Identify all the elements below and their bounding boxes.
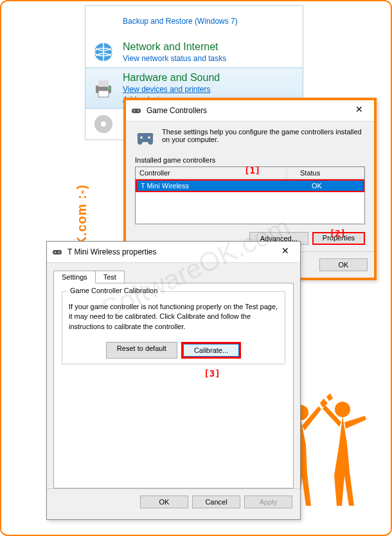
- groupbox-title: Game Controller Calibration: [67, 287, 160, 294]
- svg-rect-10: [132, 109, 141, 113]
- svg-point-16: [55, 252, 56, 253]
- gc-ok-button[interactable]: OK: [319, 258, 368, 271]
- title-network-internet[interactable]: Network and Internet: [123, 41, 226, 53]
- gamepad-icon: [52, 247, 62, 257]
- annotation-3: [3]: [100, 368, 324, 379]
- link-backup-restore[interactable]: Backup and Restore (Windows 7): [123, 17, 238, 26]
- svg-point-11: [134, 111, 135, 112]
- tab-settings[interactable]: Settings: [53, 271, 96, 283]
- reset-button[interactable]: Reset to default: [106, 342, 177, 359]
- title-hardware-sound[interactable]: Hardware and Sound: [123, 72, 220, 84]
- tab-test[interactable]: Test: [95, 271, 125, 283]
- props-title-text: T Mini Wireless properties: [67, 247, 156, 256]
- close-button[interactable]: ✕: [350, 104, 369, 117]
- svg-point-7: [108, 87, 110, 89]
- svg-rect-5: [98, 80, 109, 87]
- link-network-status[interactable]: View network status and tasks: [123, 54, 226, 63]
- globe-icon: [92, 40, 115, 64]
- cp-row-network[interactable]: Network and Internet View network status…: [85, 37, 303, 67]
- properties-dialog: T Mini Wireless properties ✕ Settings Te…: [46, 241, 301, 520]
- svg-point-14: [148, 136, 150, 139]
- printer-icon: [92, 76, 115, 100]
- props-ok-button[interactable]: OK: [140, 496, 188, 508]
- calibration-groupbox: Game Controller Calibration If your game…: [62, 291, 285, 364]
- calibrate-button[interactable]: Calibrate...: [183, 344, 239, 357]
- svg-rect-15: [53, 250, 62, 255]
- th-status[interactable]: Status: [287, 167, 364, 179]
- svg-point-13: [140, 136, 143, 139]
- disc-icon: [92, 112, 115, 136]
- gc-cell-status: OK: [286, 181, 363, 191]
- gc-cell-name: T Mini Wireless: [137, 181, 286, 191]
- svg-rect-6: [98, 91, 109, 97]
- props-titlebar: T Mini Wireless properties ✕: [47, 242, 300, 263]
- th-controller[interactable]: Controller: [136, 167, 287, 179]
- link-view-devices[interactable]: View devices and printers: [123, 85, 220, 94]
- groupbox-text: If your game controller is not functioni…: [69, 302, 278, 332]
- tab-panel-settings: Game Controller Calibration If your game…: [53, 283, 294, 488]
- annotation-2: [2]: [330, 228, 346, 238]
- gc-row-selected[interactable]: T Mini Wireless OK: [137, 181, 363, 191]
- svg-point-9: [101, 121, 106, 127]
- annotation-1: [1]: [244, 165, 260, 175]
- cp-row-backup: Backup and Restore (Windows 7): [85, 6, 303, 37]
- svg-point-1: [335, 402, 350, 417]
- close-button[interactable]: ✕: [276, 246, 295, 258]
- gamepad-icon: [131, 105, 141, 116]
- gc-description: These settings help you configure the ga…: [162, 128, 365, 148]
- svg-point-12: [138, 111, 139, 112]
- gc-titlebar: Game Controllers ✕: [126, 100, 374, 121]
- props-cancel-button[interactable]: Cancel: [192, 496, 240, 508]
- gc-title-text: Game Controllers: [147, 106, 207, 115]
- svg-point-17: [58, 252, 60, 253]
- gamepad-large-icon: [135, 128, 156, 148]
- props-apply-button: Apply: [244, 496, 292, 508]
- gc-table-label: Installed game controllers: [135, 156, 365, 164]
